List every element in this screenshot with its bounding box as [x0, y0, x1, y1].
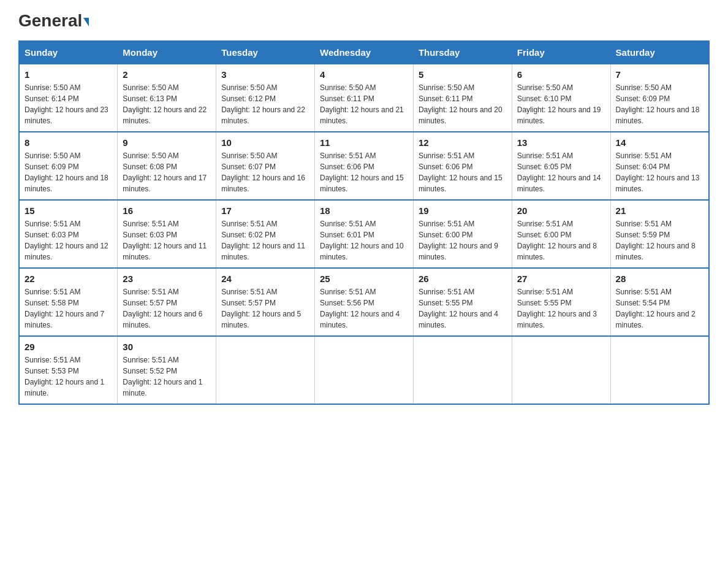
calendar-day-cell: 3Sunrise: 5:50 AMSunset: 6:12 PMDaylight…	[216, 64, 315, 132]
day-number: 25	[320, 274, 408, 284]
calendar-week-row: 8Sunrise: 5:50 AMSunset: 6:09 PMDaylight…	[19, 132, 709, 200]
day-info: Sunrise: 5:51 AMSunset: 6:06 PMDaylight:…	[419, 150, 507, 194]
calendar-day-cell: 13Sunrise: 5:51 AMSunset: 6:05 PMDayligh…	[512, 132, 610, 200]
calendar-day-cell	[512, 336, 610, 404]
day-number: 16	[123, 205, 211, 216]
weekday-header-row: Sunday Monday Tuesday Wednesday Thursday…	[19, 41, 709, 64]
calendar-day-cell: 20Sunrise: 5:51 AMSunset: 6:00 PMDayligh…	[512, 200, 610, 268]
logo: General	[18, 12, 89, 28]
calendar-day-cell: 9Sunrise: 5:50 AMSunset: 6:08 PMDaylight…	[118, 132, 216, 200]
calendar-day-cell: 18Sunrise: 5:51 AMSunset: 6:01 PMDayligh…	[315, 200, 414, 268]
day-info: Sunrise: 5:51 AMSunset: 5:57 PMDaylight:…	[221, 286, 309, 331]
calendar-day-cell: 23Sunrise: 5:51 AMSunset: 5:57 PMDayligh…	[118, 268, 216, 336]
day-number: 27	[517, 274, 605, 284]
calendar-day-cell: 22Sunrise: 5:51 AMSunset: 5:58 PMDayligh…	[19, 268, 118, 336]
day-number: 18	[320, 205, 408, 216]
day-number: 17	[221, 205, 309, 216]
calendar-day-cell	[413, 336, 512, 404]
day-info: Sunrise: 5:50 AMSunset: 6:14 PMDaylight:…	[25, 82, 112, 126]
header-tuesday: Tuesday	[216, 41, 315, 64]
calendar-week-row: 15Sunrise: 5:51 AMSunset: 6:03 PMDayligh…	[19, 200, 709, 268]
calendar-day-cell: 28Sunrise: 5:51 AMSunset: 5:54 PMDayligh…	[610, 268, 709, 336]
header-wednesday: Wednesday	[315, 41, 414, 64]
day-info: Sunrise: 5:51 AMSunset: 6:03 PMDaylight:…	[123, 218, 211, 262]
day-number: 9	[123, 137, 211, 148]
calendar-day-cell: 14Sunrise: 5:51 AMSunset: 6:04 PMDayligh…	[610, 132, 709, 200]
logo-triangle-icon	[83, 18, 89, 26]
calendar-week-row: 29Sunrise: 5:51 AMSunset: 5:53 PMDayligh…	[19, 336, 709, 404]
day-number: 13	[517, 137, 605, 148]
day-info: Sunrise: 5:51 AMSunset: 5:52 PMDaylight:…	[123, 354, 211, 399]
day-info: Sunrise: 5:51 AMSunset: 6:00 PMDaylight:…	[419, 218, 507, 262]
calendar-day-cell: 17Sunrise: 5:51 AMSunset: 6:02 PMDayligh…	[216, 200, 315, 268]
day-info: Sunrise: 5:51 AMSunset: 6:03 PMDaylight:…	[25, 218, 112, 262]
day-info: Sunrise: 5:50 AMSunset: 6:09 PMDaylight:…	[25, 150, 112, 194]
day-info: Sunrise: 5:50 AMSunset: 6:08 PMDaylight:…	[123, 150, 211, 194]
day-number: 26	[419, 274, 507, 284]
day-number: 2	[123, 69, 211, 80]
calendar-day-cell: 12Sunrise: 5:51 AMSunset: 6:06 PMDayligh…	[413, 132, 512, 200]
calendar-day-cell: 16Sunrise: 5:51 AMSunset: 6:03 PMDayligh…	[118, 200, 216, 268]
day-info: Sunrise: 5:51 AMSunset: 5:57 PMDaylight:…	[123, 286, 211, 331]
day-number: 1	[25, 69, 112, 80]
day-number: 29	[25, 342, 112, 352]
calendar-day-cell: 5Sunrise: 5:50 AMSunset: 6:11 PMDaylight…	[413, 64, 512, 132]
day-info: Sunrise: 5:51 AMSunset: 5:58 PMDaylight:…	[25, 286, 112, 331]
day-info: Sunrise: 5:50 AMSunset: 6:13 PMDaylight:…	[123, 82, 211, 126]
day-info: Sunrise: 5:50 AMSunset: 6:09 PMDaylight:…	[616, 82, 703, 126]
calendar-table: Sunday Monday Tuesday Wednesday Thursday…	[18, 40, 710, 405]
day-info: Sunrise: 5:51 AMSunset: 5:53 PMDaylight:…	[25, 354, 112, 399]
header-thursday: Thursday	[413, 41, 512, 64]
header-saturday: Saturday	[610, 41, 709, 64]
calendar-day-cell: 21Sunrise: 5:51 AMSunset: 5:59 PMDayligh…	[610, 200, 709, 268]
day-info: Sunrise: 5:51 AMSunset: 5:55 PMDaylight:…	[419, 286, 507, 331]
calendar-day-cell: 7Sunrise: 5:50 AMSunset: 6:09 PMDaylight…	[610, 64, 709, 132]
day-number: 5	[419, 69, 507, 80]
calendar-day-cell: 15Sunrise: 5:51 AMSunset: 6:03 PMDayligh…	[19, 200, 118, 268]
calendar-day-cell	[216, 336, 315, 404]
day-info: Sunrise: 5:51 AMSunset: 6:01 PMDaylight:…	[320, 218, 408, 262]
day-info: Sunrise: 5:51 AMSunset: 5:54 PMDaylight:…	[616, 286, 703, 331]
calendar-day-cell: 26Sunrise: 5:51 AMSunset: 5:55 PMDayligh…	[413, 268, 512, 336]
day-info: Sunrise: 5:51 AMSunset: 6:05 PMDaylight:…	[517, 150, 605, 194]
day-number: 20	[517, 205, 605, 216]
calendar-week-row: 22Sunrise: 5:51 AMSunset: 5:58 PMDayligh…	[19, 268, 709, 336]
calendar-day-cell: 24Sunrise: 5:51 AMSunset: 5:57 PMDayligh…	[216, 268, 315, 336]
day-number: 21	[616, 205, 703, 216]
page-header: General	[18, 12, 710, 28]
logo-line1: General	[18, 12, 89, 29]
day-info: Sunrise: 5:50 AMSunset: 6:07 PMDaylight:…	[221, 150, 309, 194]
day-number: 3	[221, 69, 309, 80]
calendar-day-cell: 29Sunrise: 5:51 AMSunset: 5:53 PMDayligh…	[19, 336, 118, 404]
day-number: 4	[320, 69, 408, 80]
day-number: 23	[123, 274, 211, 284]
day-info: Sunrise: 5:51 AMSunset: 6:04 PMDaylight:…	[616, 150, 703, 194]
calendar-day-cell: 19Sunrise: 5:51 AMSunset: 6:00 PMDayligh…	[413, 200, 512, 268]
day-number: 11	[320, 137, 408, 148]
calendar-day-cell: 30Sunrise: 5:51 AMSunset: 5:52 PMDayligh…	[118, 336, 216, 404]
day-number: 6	[517, 69, 605, 80]
header-sunday: Sunday	[19, 41, 118, 64]
day-number: 24	[221, 274, 309, 284]
calendar-day-cell: 4Sunrise: 5:50 AMSunset: 6:11 PMDaylight…	[315, 64, 414, 132]
header-friday: Friday	[512, 41, 610, 64]
day-number: 30	[123, 342, 211, 352]
day-info: Sunrise: 5:50 AMSunset: 6:10 PMDaylight:…	[517, 82, 605, 126]
day-number: 15	[25, 205, 112, 216]
day-number: 8	[25, 137, 112, 148]
day-info: Sunrise: 5:51 AMSunset: 6:00 PMDaylight:…	[517, 218, 605, 262]
day-info: Sunrise: 5:51 AMSunset: 6:02 PMDaylight:…	[221, 218, 309, 262]
calendar-day-cell: 11Sunrise: 5:51 AMSunset: 6:06 PMDayligh…	[315, 132, 414, 200]
calendar-day-cell	[610, 336, 709, 404]
calendar-day-cell: 27Sunrise: 5:51 AMSunset: 5:55 PMDayligh…	[512, 268, 610, 336]
day-number: 12	[419, 137, 507, 148]
calendar-day-cell: 8Sunrise: 5:50 AMSunset: 6:09 PMDaylight…	[19, 132, 118, 200]
day-number: 22	[25, 274, 112, 284]
header-monday: Monday	[118, 41, 216, 64]
day-info: Sunrise: 5:51 AMSunset: 5:56 PMDaylight:…	[320, 286, 408, 331]
calendar-day-cell: 25Sunrise: 5:51 AMSunset: 5:56 PMDayligh…	[315, 268, 414, 336]
day-number: 14	[616, 137, 703, 148]
day-info: Sunrise: 5:50 AMSunset: 6:12 PMDaylight:…	[221, 82, 309, 126]
day-number: 28	[616, 274, 703, 284]
calendar-day-cell: 6Sunrise: 5:50 AMSunset: 6:10 PMDaylight…	[512, 64, 610, 132]
